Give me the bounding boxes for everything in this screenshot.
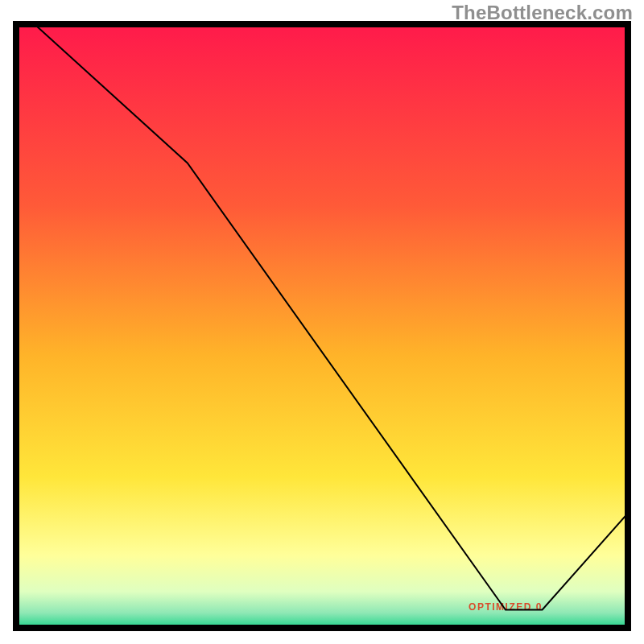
heatmap-gradient-background <box>16 24 628 628</box>
bottleneck-chart: OPTIMIZED 0 <box>0 0 644 644</box>
